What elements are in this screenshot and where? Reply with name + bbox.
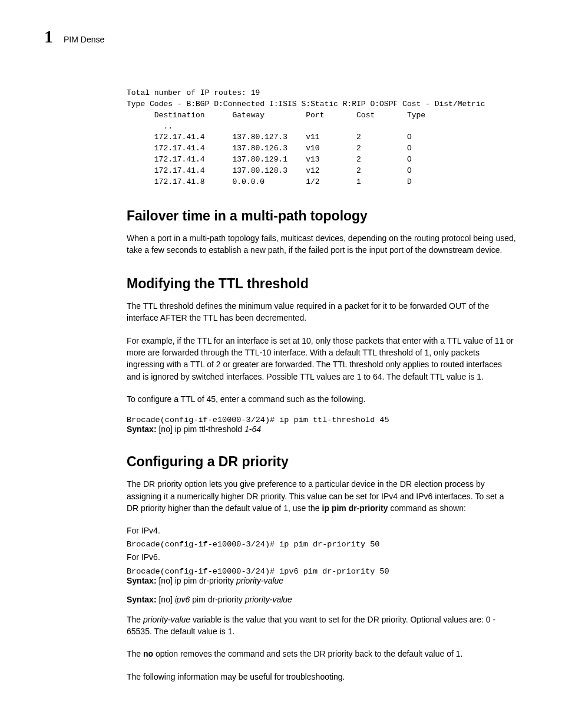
syntax-line: Syntax: [no] ipv6 pim dr-priority priori…	[127, 595, 518, 604]
syntax-label: Syntax:	[127, 424, 157, 434]
syntax-arg: priority-value	[236, 576, 283, 585]
chapter-title: PIM Dense	[64, 35, 104, 44]
route-columns: Destination Gateway Port Cost Type	[127, 111, 425, 120]
body-text: The no option removes the command and se…	[127, 648, 518, 660]
inline-cmd: no	[143, 649, 153, 658]
syntax-arg: priority-value	[245, 595, 292, 604]
section-heading: Modifying the TTL threshold	[127, 276, 518, 292]
syntax-line: Syntax: [no] ip pim dr-priority priority…	[127, 576, 518, 585]
page-header: 1 PIM Dense	[44, 27, 518, 47]
route-row: 172.17.41.4 137.80.128.3 v12 2 O	[127, 166, 412, 175]
var-name: priority-value	[143, 615, 190, 624]
syntax-arg: 1-64	[244, 424, 261, 434]
page: 1 PIM Dense Total number of IP routes: 1…	[0, 0, 562, 728]
inline-cmd: ip pim dr-priority	[322, 503, 388, 513]
route-type-codes: Type Codes - B:BGP D:Connected I:ISIS S:…	[127, 100, 485, 108]
route-table: Total number of IP routes: 19 Type Codes…	[127, 88, 518, 188]
section-heading: Failover time in a multi-path topology	[127, 208, 518, 224]
route-row: 172.17.41.4 137.80.126.3 v10 2 O	[127, 144, 412, 153]
syntax-line: Syntax: [no] ip pim ttl-threshold 1-64	[127, 424, 518, 434]
route-row: 172.17.41.4 137.80.129.1 v13 2 O	[127, 155, 412, 164]
syntax-cmd: ip pim dr-priority	[175, 576, 234, 585]
chapter-number: 1	[44, 27, 53, 47]
body-text: When a port in a multi-path topology fai…	[127, 232, 518, 256]
syntax-label: Syntax:	[127, 595, 157, 604]
body-text: To configure a TTL of 45, enter a comman…	[127, 393, 518, 405]
body-text: For IPv4.	[127, 525, 518, 536]
body-text: The priority-value variable is the value…	[127, 614, 518, 638]
section-dr-priority: Configuring a DR priority The DR priorit…	[127, 454, 518, 683]
body-text: For IPv6.	[127, 551, 518, 563]
route-dots: ..	[127, 122, 173, 131]
section-failover: Failover time in a multi-path topology W…	[127, 208, 518, 256]
body-text: The DR priority option lets you give pre…	[127, 478, 518, 514]
body-text: For example, if the TTL for an interface…	[127, 335, 518, 383]
body-text: The following information may be useful …	[127, 671, 518, 683]
section-heading: Configuring a DR priority	[127, 454, 518, 470]
cli-command: Brocade(config-if-e10000-3/24)# ip pim d…	[127, 540, 518, 549]
syntax-cmd: ip pim ttl-threshold	[175, 424, 242, 434]
syntax-cmd: pim dr-priority	[192, 595, 243, 604]
main-content: Total number of IP routes: 19 Type Codes…	[127, 88, 518, 683]
route-row: 172.17.41.4 137.80.127.3 v11 2 O	[127, 133, 412, 141]
syntax-label: Syntax:	[127, 576, 157, 585]
syntax-no: no	[161, 595, 170, 604]
syntax-no: no	[161, 424, 170, 434]
body-text: The TTL threshold defines the minimum va…	[127, 300, 518, 324]
cli-command: Brocade(config-if-e10000-3/24)# ipv6 pim…	[127, 567, 518, 576]
syntax-no: no	[161, 576, 170, 585]
syntax-ipv6: ipv6	[175, 595, 190, 604]
route-summary: Total number of IP routes: 19	[127, 88, 260, 97]
route-row: 172.17.41.8 0.0.0.0 1/2 1 D	[127, 177, 412, 186]
section-ttl: Modifying the TTL threshold The TTL thre…	[127, 276, 518, 434]
cli-command: Brocade(config-if-e10000-3/24)# ip pim t…	[127, 416, 518, 424]
